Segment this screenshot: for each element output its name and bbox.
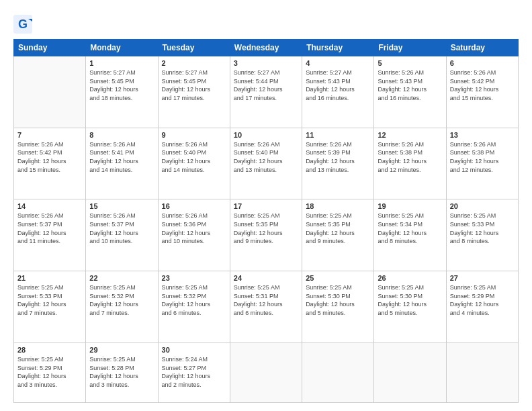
day-number: 1 <box>89 59 154 67</box>
day-info: Sunrise: 5:26 AM Sunset: 5:40 PM Dayligh… <box>234 140 298 174</box>
day-info: Sunrise: 5:25 AM Sunset: 5:35 PM Dayligh… <box>234 212 298 245</box>
day-number: 15 <box>89 202 154 210</box>
week-row-2: 7Sunrise: 5:26 AM Sunset: 5:42 PM Daylig… <box>14 128 519 199</box>
calendar-body: 1Sunrise: 5:27 AM Sunset: 5:45 PM Daylig… <box>14 56 519 403</box>
day-info: Sunrise: 5:26 AM Sunset: 5:40 PM Dayligh… <box>162 140 226 174</box>
calendar-cell: 2Sunrise: 5:27 AM Sunset: 5:45 PM Daylig… <box>158 56 230 128</box>
calendar-cell <box>446 342 518 402</box>
day-number: 28 <box>17 346 82 354</box>
calendar-cell: 11Sunrise: 5:26 AM Sunset: 5:39 PM Dayli… <box>302 128 374 199</box>
day-number: 22 <box>89 274 154 282</box>
calendar-cell: 22Sunrise: 5:25 AM Sunset: 5:32 PM Dayli… <box>86 271 158 343</box>
weekday-header-wednesday: Wednesday <box>230 40 302 56</box>
calendar-cell: 28Sunrise: 5:25 AM Sunset: 5:29 PM Dayli… <box>14 342 86 402</box>
calendar-page: G SundayMondayTuesdayWednesdayThursdayFr… <box>0 0 532 411</box>
calendar-cell: 6Sunrise: 5:26 AM Sunset: 5:42 PM Daylig… <box>446 56 518 128</box>
week-row-3: 14Sunrise: 5:26 AM Sunset: 5:37 PM Dayli… <box>14 199 519 271</box>
day-number: 11 <box>306 131 370 139</box>
day-info: Sunrise: 5:26 AM Sunset: 5:41 PM Dayligh… <box>89 140 154 174</box>
day-number: 17 <box>234 202 298 210</box>
calendar-cell <box>14 56 86 128</box>
calendar-cell: 18Sunrise: 5:25 AM Sunset: 5:35 PM Dayli… <box>302 199 374 271</box>
calendar-cell: 8Sunrise: 5:26 AM Sunset: 5:41 PM Daylig… <box>86 128 158 199</box>
day-number: 23 <box>162 274 226 282</box>
weekday-header-friday: Friday <box>374 40 446 56</box>
day-info: Sunrise: 5:25 AM Sunset: 5:31 PM Dayligh… <box>234 283 298 317</box>
day-number: 9 <box>162 131 226 139</box>
day-number: 25 <box>306 274 370 282</box>
day-info: Sunrise: 5:25 AM Sunset: 5:30 PM Dayligh… <box>378 283 442 317</box>
day-number: 12 <box>378 131 442 139</box>
calendar-cell: 27Sunrise: 5:25 AM Sunset: 5:29 PM Dayli… <box>446 271 518 343</box>
calendar-cell: 23Sunrise: 5:25 AM Sunset: 5:32 PM Dayli… <box>158 271 230 343</box>
logo: G <box>13 15 35 34</box>
weekday-header-saturday: Saturday <box>446 40 518 56</box>
day-info: Sunrise: 5:27 AM Sunset: 5:44 PM Dayligh… <box>234 68 298 102</box>
weekday-header-thursday: Thursday <box>302 40 374 56</box>
day-info: Sunrise: 5:25 AM Sunset: 5:33 PM Dayligh… <box>17 283 82 317</box>
calendar-cell: 16Sunrise: 5:26 AM Sunset: 5:36 PM Dayli… <box>158 199 230 271</box>
day-number: 14 <box>17 202 82 210</box>
calendar-cell: 14Sunrise: 5:26 AM Sunset: 5:37 PM Dayli… <box>14 199 86 271</box>
calendar-cell: 20Sunrise: 5:25 AM Sunset: 5:33 PM Dayli… <box>446 199 518 271</box>
header: G <box>13 12 519 34</box>
day-number: 8 <box>89 131 154 139</box>
calendar-cell: 17Sunrise: 5:25 AM Sunset: 5:35 PM Dayli… <box>230 199 302 271</box>
calendar-cell: 29Sunrise: 5:25 AM Sunset: 5:28 PM Dayli… <box>86 342 158 402</box>
calendar-cell: 12Sunrise: 5:26 AM Sunset: 5:38 PM Dayli… <box>374 128 446 199</box>
calendar-cell: 13Sunrise: 5:26 AM Sunset: 5:38 PM Dayli… <box>446 128 518 199</box>
day-info: Sunrise: 5:25 AM Sunset: 5:35 PM Dayligh… <box>306 212 370 245</box>
week-row-4: 21Sunrise: 5:25 AM Sunset: 5:33 PM Dayli… <box>14 271 519 343</box>
day-info: Sunrise: 5:26 AM Sunset: 5:36 PM Dayligh… <box>162 212 226 245</box>
day-info: Sunrise: 5:24 AM Sunset: 5:27 PM Dayligh… <box>162 355 226 389</box>
day-info: Sunrise: 5:25 AM Sunset: 5:29 PM Dayligh… <box>450 283 515 317</box>
weekday-header-sunday: Sunday <box>14 40 86 56</box>
logo-icon: G <box>13 15 32 34</box>
calendar-table: SundayMondayTuesdayWednesdayThursdayFrid… <box>13 39 519 403</box>
day-info: Sunrise: 5:26 AM Sunset: 5:39 PM Dayligh… <box>306 140 370 174</box>
day-info: Sunrise: 5:27 AM Sunset: 5:45 PM Dayligh… <box>162 68 226 102</box>
day-number: 3 <box>234 59 298 67</box>
day-info: Sunrise: 5:26 AM Sunset: 5:43 PM Dayligh… <box>378 68 442 102</box>
day-info: Sunrise: 5:26 AM Sunset: 5:42 PM Dayligh… <box>17 140 82 174</box>
calendar-cell: 25Sunrise: 5:25 AM Sunset: 5:30 PM Dayli… <box>302 271 374 343</box>
calendar-cell <box>302 342 374 402</box>
calendar-cell: 24Sunrise: 5:25 AM Sunset: 5:31 PM Dayli… <box>230 271 302 343</box>
day-info: Sunrise: 5:26 AM Sunset: 5:42 PM Dayligh… <box>450 68 515 102</box>
calendar-cell: 21Sunrise: 5:25 AM Sunset: 5:33 PM Dayli… <box>14 271 86 343</box>
day-number: 21 <box>17 274 82 282</box>
day-number: 13 <box>450 131 515 139</box>
day-info: Sunrise: 5:25 AM Sunset: 5:34 PM Dayligh… <box>378 212 442 245</box>
calendar-cell: 5Sunrise: 5:26 AM Sunset: 5:43 PM Daylig… <box>374 56 446 128</box>
calendar-cell: 10Sunrise: 5:26 AM Sunset: 5:40 PM Dayli… <box>230 128 302 199</box>
day-number: 26 <box>378 274 442 282</box>
day-number: 19 <box>378 202 442 210</box>
week-row-1: 1Sunrise: 5:27 AM Sunset: 5:45 PM Daylig… <box>14 56 519 128</box>
day-number: 29 <box>89 346 154 354</box>
weekday-header-row: SundayMondayTuesdayWednesdayThursdayFrid… <box>14 40 519 56</box>
weekday-header-monday: Monday <box>86 40 158 56</box>
day-info: Sunrise: 5:25 AM Sunset: 5:30 PM Dayligh… <box>306 283 370 317</box>
calendar-cell: 26Sunrise: 5:25 AM Sunset: 5:30 PM Dayli… <box>374 271 446 343</box>
day-number: 2 <box>162 59 226 67</box>
day-info: Sunrise: 5:27 AM Sunset: 5:43 PM Dayligh… <box>306 68 370 102</box>
day-info: Sunrise: 5:26 AM Sunset: 5:38 PM Dayligh… <box>450 140 515 174</box>
day-number: 18 <box>306 202 370 210</box>
day-info: Sunrise: 5:26 AM Sunset: 5:38 PM Dayligh… <box>378 140 442 174</box>
day-number: 7 <box>17 131 82 139</box>
day-number: 27 <box>450 274 515 282</box>
day-number: 30 <box>162 346 226 354</box>
day-info: Sunrise: 5:25 AM Sunset: 5:28 PM Dayligh… <box>89 355 154 389</box>
calendar-cell: 3Sunrise: 5:27 AM Sunset: 5:44 PM Daylig… <box>230 56 302 128</box>
day-info: Sunrise: 5:25 AM Sunset: 5:29 PM Dayligh… <box>17 355 82 389</box>
day-number: 16 <box>162 202 226 210</box>
day-number: 24 <box>234 274 298 282</box>
day-info: Sunrise: 5:27 AM Sunset: 5:45 PM Dayligh… <box>89 68 154 102</box>
day-number: 5 <box>378 59 442 67</box>
calendar-cell: 19Sunrise: 5:25 AM Sunset: 5:34 PM Dayli… <box>374 199 446 271</box>
svg-text:G: G <box>18 17 28 31</box>
weekday-header-tuesday: Tuesday <box>158 40 230 56</box>
day-info: Sunrise: 5:25 AM Sunset: 5:33 PM Dayligh… <box>450 212 515 245</box>
calendar-cell: 15Sunrise: 5:26 AM Sunset: 5:37 PM Dayli… <box>86 199 158 271</box>
day-info: Sunrise: 5:26 AM Sunset: 5:37 PM Dayligh… <box>89 212 154 245</box>
